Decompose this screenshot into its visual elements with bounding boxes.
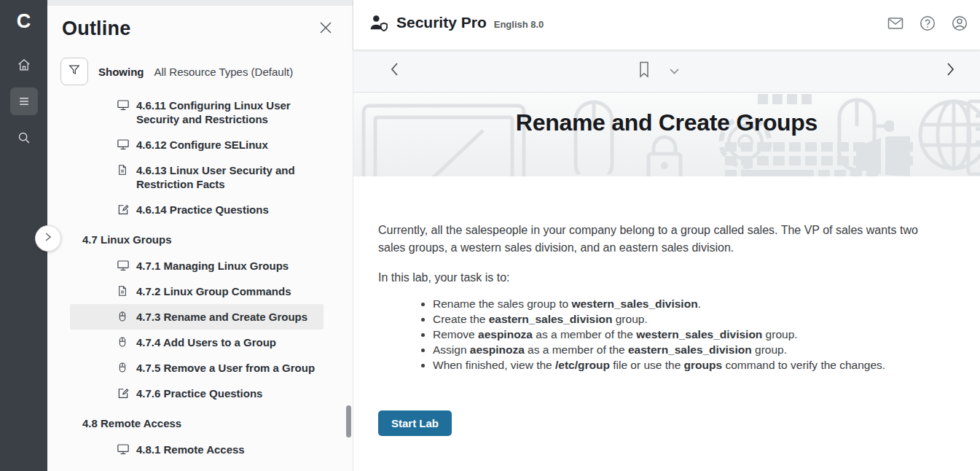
- outline-item[interactable]: 4.7.1 Managing Linux Groups: [47, 253, 353, 279]
- outline-item-selected[interactable]: 4.7.3 Rename and Create Groups: [70, 304, 324, 330]
- outline-item-label: 4.7.2 Linux Group Commands: [136, 284, 291, 298]
- messages-button[interactable]: [885, 15, 906, 35]
- product-edition: English 8.0: [494, 19, 544, 30]
- security-pro-icon: [369, 14, 389, 36]
- outline-menu-button[interactable]: [10, 87, 38, 115]
- task-item: Assign aespinoza as a member of the east…: [433, 342, 951, 357]
- task-item: Remove aespinoza as a member of the west…: [433, 327, 951, 342]
- flag-pattern-icon: [856, 136, 912, 176]
- chevron-left-icon: [389, 61, 400, 80]
- outline-item[interactable]: 4.8.1 Remote Access: [47, 437, 353, 462]
- help-button[interactable]: [917, 15, 938, 35]
- outline-item-label: 4.7.3 Rename and Create Groups: [136, 310, 307, 324]
- task-list: Rename the sales group to western_sales_…: [433, 296, 951, 373]
- outline-section-header[interactable]: 4.8 Remote Access: [47, 406, 353, 437]
- chevron-right-icon: [945, 61, 956, 80]
- task-item: When finished, view the /etc/group file …: [433, 357, 951, 373]
- task-item: Rename the sales group to western_sales_…: [433, 296, 951, 311]
- outline-item[interactable]: 4.7.6 Practice Questions: [47, 381, 353, 406]
- bookmark-menu-button[interactable]: [670, 64, 679, 77]
- task-lead: In this lab, your task is to:: [378, 269, 945, 287]
- monitor-icon: [117, 443, 130, 456]
- outline-item-label: 4.8 Remote Access: [82, 416, 181, 430]
- filter-funnel-icon: [67, 63, 82, 80]
- search-icon: [16, 130, 32, 146]
- outline-item-label: 4.7.5 Remove a User from a Group: [136, 361, 315, 375]
- brand-logo: C: [0, 0, 47, 42]
- lock-pattern-icon: [643, 135, 686, 176]
- outline-item-label: 4.7.1 Managing Linux Groups: [136, 259, 289, 273]
- outline-item-label: 4.6.11 Configuring Linux User Security a…: [136, 98, 321, 126]
- filter-showing-label: Showing: [98, 66, 144, 78]
- bookmark-icon: [636, 61, 652, 82]
- document-icon: [117, 284, 130, 297]
- outline-item-label: 4.8.1 Remote Access: [136, 443, 245, 456]
- outline-item-label: 4.6.14 Practice Questions: [136, 203, 269, 217]
- collapse-outline-button[interactable]: [35, 225, 61, 252]
- lesson-intro: Currently, all the salespeople in your c…: [378, 222, 945, 257]
- outline-tree: 4.6.11 Configuring Linux User Security a…: [47, 93, 353, 462]
- search-button[interactable]: [10, 124, 38, 152]
- monitor-icon: [117, 138, 130, 151]
- mouse-lab-icon: [117, 361, 130, 374]
- app-header: Security Pro English 8.0: [353, 0, 980, 50]
- product-name: Security Pro: [396, 14, 487, 31]
- outline-item[interactable]: 4.6.14 Practice Questions: [47, 197, 353, 222]
- outline-top-strip: [47, 0, 353, 6]
- outline-item-label: 4.6.12 Configure SELinux: [136, 138, 268, 152]
- edit-icon: [117, 203, 130, 216]
- lesson-banner: Rename and Create Groups: [353, 93, 980, 176]
- document-icon: [117, 163, 130, 176]
- close-outline-button[interactable]: [316, 20, 335, 39]
- lesson-content: Currently, all the salespeople in your c…: [353, 176, 980, 471]
- outline-section-header[interactable]: 4.7 Linux Groups: [47, 222, 353, 253]
- keys-pattern-icon: [758, 94, 812, 110]
- mouse-lab-icon: [117, 310, 130, 323]
- outline-scrollbar-thumb[interactable]: [346, 405, 351, 437]
- bookmark-button[interactable]: [636, 61, 652, 82]
- product-title-group: Security Pro English 8.0: [369, 14, 544, 36]
- monitor-icon: [117, 259, 130, 272]
- home-icon: [16, 57, 32, 73]
- filter-value[interactable]: All Resource Types (Default): [154, 66, 294, 78]
- task-item: Create the eastern_sales_division group.: [433, 311, 951, 327]
- chevron-down-icon: [670, 64, 679, 77]
- app-window: C Outline: [0, 0, 980, 471]
- outline-item-label: 4.6.13 Linux User Security and Restricti…: [136, 163, 321, 191]
- main-area: Security Pro English 8.0: [353, 0, 980, 471]
- outline-panel: Outline Showing All Resource Types (Defa…: [47, 0, 353, 471]
- filter-row: Showing All Resource Types (Default): [60, 58, 353, 85]
- outline-item[interactable]: 4.7.4 Add Users to a Group: [47, 330, 353, 355]
- start-lab-button[interactable]: Start Lab: [378, 410, 452, 436]
- outline-menu-icon: [17, 94, 31, 109]
- outline-item[interactable]: 4.7.5 Remove a User from a Group: [47, 355, 353, 381]
- next-button[interactable]: [945, 61, 956, 80]
- chevron-right-icon: [44, 232, 52, 245]
- filter-button[interactable]: [60, 58, 88, 85]
- outline-item-label: 4.7.6 Practice Questions: [136, 386, 262, 400]
- lesson-title: Rename and Create Groups: [353, 109, 980, 136]
- outline-title: Outline: [62, 17, 130, 40]
- previous-button[interactable]: [389, 61, 400, 80]
- outline-item-label: 4.7 Linux Groups: [82, 233, 172, 246]
- account-icon: [951, 15, 968, 35]
- close-icon: [319, 21, 332, 37]
- account-button[interactable]: [949, 15, 970, 35]
- mail-icon: [887, 15, 904, 35]
- home-button[interactable]: [10, 51, 38, 79]
- help-icon: [919, 15, 936, 35]
- lesson-nav-bar: [353, 50, 980, 93]
- monitor-icon: [117, 98, 130, 112]
- outline-item[interactable]: 4.6.13 Linux User Security and Restricti…: [47, 157, 353, 197]
- outline-item[interactable]: 4.7.2 Linux Group Commands: [47, 279, 353, 304]
- outline-item-label: 4.7.4 Add Users to a Group: [136, 335, 276, 349]
- outline-item[interactable]: 4.6.12 Configure SELinux: [47, 132, 353, 157]
- outline-item[interactable]: 4.6.11 Configuring Linux User Security a…: [47, 93, 353, 132]
- edit-icon: [117, 386, 130, 400]
- mouse-lab-icon: [117, 335, 130, 349]
